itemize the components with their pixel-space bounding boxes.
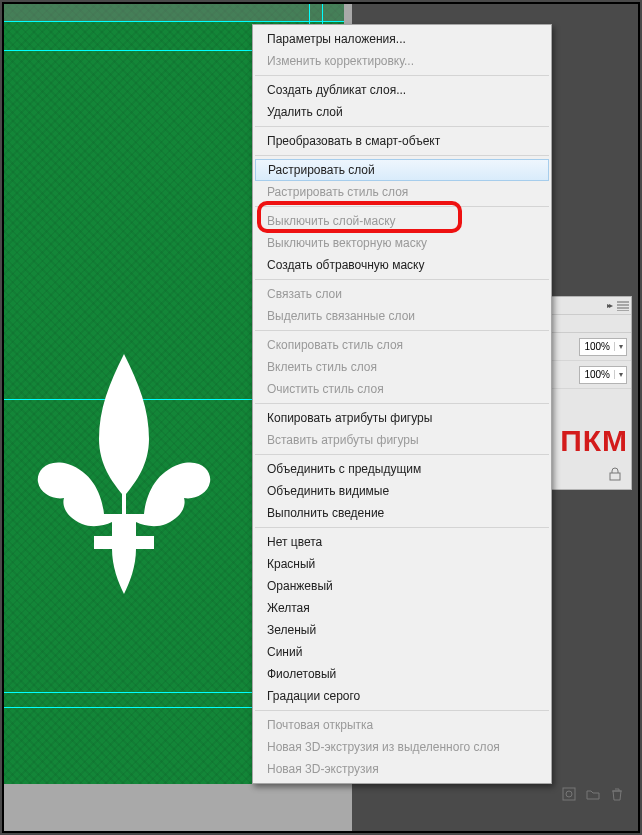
menu-item: Выделить связанные слои — [253, 305, 551, 327]
menu-separator — [255, 527, 549, 528]
menu-item: Вставить атрибуты фигуры — [253, 429, 551, 451]
menu-item[interactable]: Красный — [253, 553, 551, 575]
fill-input[interactable]: 100% ▾ — [579, 366, 627, 384]
lock-row — [541, 459, 631, 489]
menu-separator — [255, 330, 549, 331]
opacity-value: 100% — [580, 341, 614, 352]
menu-item: Новая 3D-экструзия — [253, 758, 551, 780]
opacity-row: 100% ▾ — [541, 333, 631, 361]
panel-menu-icon[interactable] — [617, 301, 629, 311]
collapse-icon[interactable]: ▸▸ — [607, 301, 611, 310]
menu-separator — [255, 155, 549, 156]
fill-row: 100% ▾ — [541, 361, 631, 389]
menu-item: Скопировать стиль слоя — [253, 334, 551, 356]
menu-item: Почтовая открытка — [253, 714, 551, 736]
menu-item[interactable]: Желтая — [253, 597, 551, 619]
svg-rect-4 — [610, 473, 620, 480]
menu-item[interactable]: Выполнить сведение — [253, 502, 551, 524]
fleur-de-lis-shape — [34, 344, 214, 594]
menu-item[interactable]: Фиолетовый — [253, 663, 551, 685]
chevron-down-icon[interactable]: ▾ — [614, 342, 626, 351]
opacity-input[interactable]: 100% ▾ — [579, 338, 627, 356]
menu-separator — [255, 454, 549, 455]
menu-item[interactable]: Копировать атрибуты фигуры — [253, 407, 551, 429]
menu-item[interactable]: Градации серого — [253, 685, 551, 707]
menu-item[interactable]: Объединить с предыдущим — [253, 458, 551, 480]
menu-item: Изменить корректировку... — [253, 50, 551, 72]
menu-item: Растрировать стиль слоя — [253, 181, 551, 203]
panels-area: ▸▸ 100% ▾ 100% ▾ — [540, 4, 632, 831]
annotation-label: ПКМ — [560, 424, 628, 458]
fill-value: 100% — [580, 369, 614, 380]
menu-separator — [255, 206, 549, 207]
chevron-down-icon[interactable]: ▾ — [614, 370, 626, 379]
folder-icon[interactable] — [586, 787, 600, 801]
menu-item[interactable]: Создать обтравочную маску — [253, 254, 551, 276]
layers-panel-fragment: ▸▸ 100% ▾ 100% ▾ — [540, 296, 632, 490]
menu-item: Выключить слой-маску — [253, 210, 551, 232]
menu-item: Связать слои — [253, 283, 551, 305]
crop-shade — [4, 4, 344, 22]
menu-separator — [255, 403, 549, 404]
menu-item[interactable]: Зеленый — [253, 619, 551, 641]
menu-item: Выключить векторную маску — [253, 232, 551, 254]
menu-item: Очистить стиль слоя — [253, 378, 551, 400]
menu-item[interactable]: Параметры наложения... — [253, 28, 551, 50]
menu-item: Вклеить стиль слоя — [253, 356, 551, 378]
menu-item: Новая 3D-экструзия из выделенного слоя — [253, 736, 551, 758]
menu-separator — [255, 279, 549, 280]
menu-item[interactable]: Создать дубликат слоя... — [253, 79, 551, 101]
menu-separator — [255, 126, 549, 127]
menu-item[interactable]: Оранжевый — [253, 575, 551, 597]
menu-item[interactable]: Преобразовать в смарт-объект — [253, 130, 551, 152]
mask-icon[interactable] — [562, 787, 576, 801]
context-menu: Параметры наложения...Изменить корректир… — [252, 24, 552, 784]
menu-item[interactable]: Нет цвета — [253, 531, 551, 553]
menu-item[interactable]: Синий — [253, 641, 551, 663]
menu-separator — [255, 710, 549, 711]
svg-rect-5 — [563, 788, 575, 800]
layer-buttons-row — [562, 787, 624, 801]
panel-tabs — [541, 315, 631, 333]
menu-item[interactable]: Растрировать слой — [255, 159, 549, 181]
panel-header: ▸▸ — [541, 297, 631, 315]
trash-icon[interactable] — [610, 787, 624, 801]
svg-point-6 — [566, 791, 572, 797]
menu-item[interactable]: Удалить слой — [253, 101, 551, 123]
lock-icon — [609, 467, 621, 481]
menu-item[interactable]: Объединить видимые — [253, 480, 551, 502]
menu-separator — [255, 75, 549, 76]
